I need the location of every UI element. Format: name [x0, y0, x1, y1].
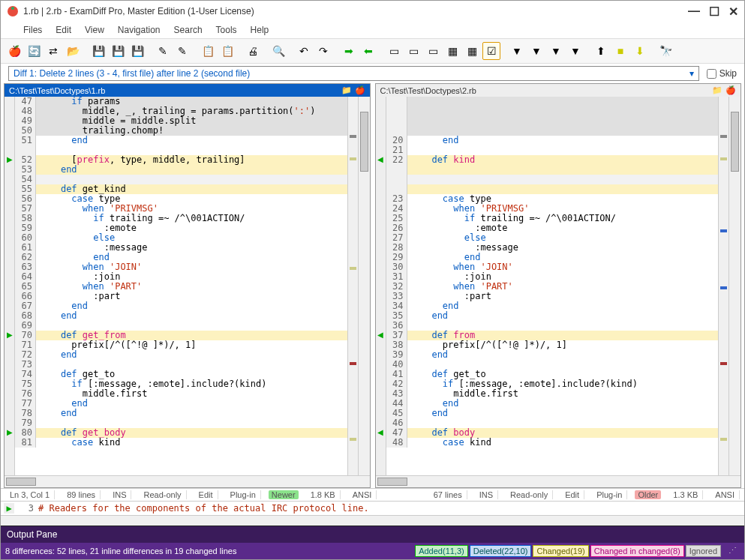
menu-view[interactable]: View: [85, 25, 104, 35]
line-text: end: [407, 311, 719, 321]
filter3-button[interactable]: ▼: [547, 42, 565, 60]
skip-checkbox-input[interactable]: [707, 69, 716, 79]
diff-marker: [5, 97, 14, 106]
zoom-button[interactable]: 🔍: [269, 42, 287, 60]
refresh-button[interactable]: 🔄: [25, 42, 43, 60]
line-text: end: [36, 311, 347, 321]
code-line[interactable]: 35 end: [386, 311, 719, 321]
swap-button[interactable]: ⇄: [44, 42, 62, 60]
output-pane-header[interactable]: Output Pane: [1, 526, 744, 543]
legend-ignored[interactable]: Ignored: [686, 545, 721, 557]
legend-deleted[interactable]: Deleted(22,10): [470, 545, 532, 557]
undo-button[interactable]: ↶: [295, 42, 313, 60]
code-line[interactable]: 53 end: [15, 165, 347, 175]
save-button[interactable]: 💾: [89, 42, 107, 60]
copy-left-button[interactable]: 📋: [199, 42, 217, 60]
code-line[interactable]: 72 end: [15, 350, 347, 360]
menu-tools[interactable]: Tools: [216, 25, 237, 35]
diff-marker: [5, 389, 14, 399]
prev-diff-button[interactable]: ⬅: [359, 42, 377, 60]
view1-button[interactable]: ▭: [385, 42, 403, 60]
view2-button[interactable]: ▭: [404, 42, 422, 60]
status-edit-r[interactable]: Edit: [560, 490, 584, 499]
check-button[interactable]: ☑: [482, 42, 500, 60]
code-line[interactable]: 68 end: [15, 311, 347, 321]
close-button[interactable]: ✕: [728, 4, 738, 19]
skip-checkbox[interactable]: Skip: [707, 68, 737, 79]
filter1-button[interactable]: ▼: [508, 42, 526, 60]
right-vertical-scrollbar[interactable]: [728, 97, 740, 475]
folder-icon[interactable]: 📁: [712, 85, 722, 95]
status-edit[interactable]: Edit: [194, 490, 218, 499]
code-line[interactable]: 39 end: [386, 350, 719, 360]
code-line[interactable]: 48 case kind: [386, 438, 719, 448]
right-code-area[interactable]: 20 end2122 def kind23 case type24 when '…: [386, 97, 719, 475]
compare-button[interactable]: 🍎: [5, 42, 23, 60]
view3-button[interactable]: ▭: [424, 42, 442, 60]
compare-icon[interactable]: 🍎: [725, 85, 736, 95]
stop-button[interactable]: ■: [611, 42, 629, 60]
menu-help[interactable]: Help: [251, 25, 269, 35]
code-line[interactable]: 20 end: [386, 136, 719, 145]
menu-edit[interactable]: Edit: [56, 25, 71, 35]
code-line[interactable]: 78 end: [15, 409, 347, 418]
right-horizontal-scrollbar[interactable]: [376, 475, 741, 487]
filter4-button[interactable]: ▼: [566, 42, 584, 60]
code-line[interactable]: 22 def kind: [386, 155, 719, 165]
code-line[interactable]: [386, 165, 719, 175]
status-plugin[interactable]: Plug-in: [226, 490, 261, 499]
legend-changed[interactable]: Changed(19): [533, 545, 588, 557]
status-right-lines: 67 lines: [429, 490, 467, 499]
left-horizontal-scrollbar[interactable]: [5, 475, 370, 487]
code-line[interactable]: [386, 97, 719, 106]
save-all-button[interactable]: 💾: [128, 42, 146, 60]
code-line[interactable]: [386, 106, 719, 116]
print-button[interactable]: 🖨: [244, 42, 262, 60]
folder-icon[interactable]: 📁: [341, 85, 352, 95]
view4-button[interactable]: ▦: [443, 42, 461, 60]
right-overview-ruler[interactable]: [718, 97, 728, 475]
maximize-button[interactable]: ☐: [709, 4, 719, 19]
view5-button[interactable]: ▦: [463, 42, 481, 60]
filter2-button[interactable]: ▼: [527, 42, 545, 60]
code-line[interactable]: 45 end: [386, 409, 719, 418]
diff-marker: [5, 262, 14, 272]
diff-marker: [5, 438, 14, 448]
diff-marker: [5, 360, 14, 370]
menu-navigation[interactable]: Navigation: [118, 25, 161, 35]
legend-changed-in-changed[interactable]: Changed in changed(8): [590, 545, 684, 557]
save-red-button[interactable]: 💾: [109, 42, 127, 60]
diff-marker: [5, 272, 14, 282]
menubar: FilesEditViewNavigationSearchToolsHelp: [1, 22, 744, 38]
legend-added[interactable]: Added(11,3): [415, 545, 468, 557]
left-vertical-scrollbar[interactable]: [358, 97, 370, 475]
context-scrollbar[interactable]: [1, 515, 744, 526]
diff-combo[interactable]: Diff 1: Delete 2 lines (3 - 4, first fil…: [8, 66, 699, 81]
code-line[interactable]: [386, 175, 719, 184]
binoculars-button[interactable]: 🔭: [656, 42, 674, 60]
diff-marker: [5, 292, 14, 301]
edit1-button[interactable]: ✎: [154, 42, 172, 60]
status-plugin-r[interactable]: Plug-in: [592, 490, 627, 499]
diff-marker: [376, 379, 386, 389]
left-overview-ruler[interactable]: [347, 97, 358, 475]
compare-icon[interactable]: 🍎: [355, 85, 365, 95]
menu-search[interactable]: Search: [174, 25, 203, 35]
code-line[interactable]: 51 end: [15, 136, 347, 145]
titlebar: 1.rb | 2.rb - ExamDiff Pro, Master Editi…: [1, 1, 744, 22]
next-diff-button[interactable]: ➡: [340, 42, 358, 60]
diff-marker: [5, 136, 14, 145]
code-line[interactable]: [386, 116, 719, 126]
resize-grip-icon[interactable]: ⋰: [725, 545, 740, 557]
open-button[interactable]: 📂: [64, 42, 82, 60]
code-line[interactable]: 81 case kind: [15, 438, 347, 448]
down-button[interactable]: ⬇: [631, 42, 649, 60]
minimize-button[interactable]: —: [688, 4, 700, 19]
diff-marker: [5, 116, 14, 126]
up-button[interactable]: ⬆: [592, 42, 610, 60]
redo-button[interactable]: ↷: [314, 42, 332, 60]
edit2-button[interactable]: ✎: [173, 42, 191, 60]
menu-files[interactable]: Files: [23, 25, 42, 35]
copy-right-button[interactable]: 📋: [218, 42, 236, 60]
left-code-area[interactable]: 47 if params48 middle, _, trailing = par…: [15, 97, 347, 475]
